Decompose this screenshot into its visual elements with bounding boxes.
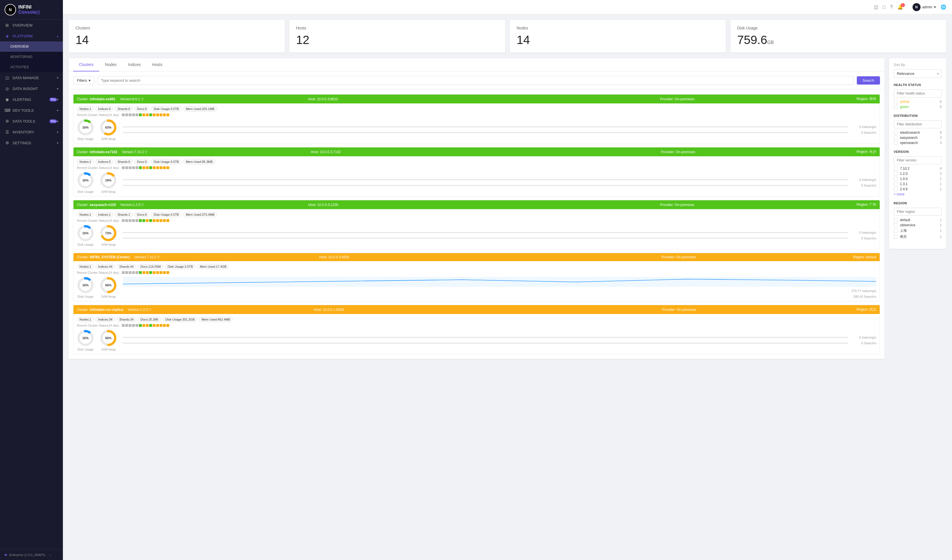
health-filter-yellow[interactable]: yellow 8 <box>894 100 942 104</box>
region-filter-oldservice[interactable]: oldservice 1 <box>894 223 942 227</box>
version-filter-120[interactable]: 1.2.0 3 <box>894 172 942 176</box>
clusters-panel: Clusters Nodes Indices Hosts Filters ▾ S… <box>69 58 884 359</box>
chevron-up-icon: ▴ <box>57 35 58 38</box>
cluster-header-3: Cluster: easyseach-v120 Version:1.2.0 ▽ … <box>73 200 880 209</box>
sort-select[interactable]: Relevance <box>894 69 942 78</box>
stat-value-disk: 759.6GB <box>737 33 940 47</box>
sidebar-item-overview[interactable]: ⊞ OVERVIEW <box>0 20 63 31</box>
tabs-bar: Clusters Nodes Indices Hosts <box>69 58 884 71</box>
search-bar: Filters ▾ Search <box>69 71 884 90</box>
region-filter[interactable] <box>894 208 942 216</box>
inventory-icon: ☰ <box>5 130 10 134</box>
chevron-down-icon: ▾ <box>57 76 58 79</box>
layout: Clusters Nodes Indices Hosts Filters ▾ S… <box>69 58 946 359</box>
cluster-header-5: Cluster: infinilabs-ccr-replica Version:… <box>73 305 880 314</box>
tab-indices[interactable]: Indices <box>122 58 146 71</box>
data-insight-icon: ◎ <box>5 86 10 91</box>
version-filter-131[interactable]: 1.3.1 1 <box>894 182 942 186</box>
stat-label-hosts: Hosts <box>296 26 499 30</box>
version-filter-7102[interactable]: 7.10.2 4 <box>894 167 942 171</box>
data-tools-badge: Pro <box>49 119 57 123</box>
data-manage-icon: ◫ <box>5 76 10 80</box>
cluster-body-3: Nodes:1 Indices:1 Shards:1 Docs:8 Disk U… <box>73 209 880 249</box>
version-filter-100[interactable]: 1.0.0 1 <box>894 177 942 181</box>
sidebar-item-data-tools[interactable]: ⚙ DATA TOOLS Pro ▾ <box>0 116 63 127</box>
tab-nodes[interactable]: Nodes <box>99 58 122 71</box>
stat-card-clusters: Clusters 14 <box>69 20 285 52</box>
tab-hosts[interactable]: Hosts <box>146 58 168 71</box>
cluster-card-2: Cluster: infinilabs-es7102 Version:7.10.… <box>73 147 880 197</box>
region-title: REGION <box>894 201 942 205</box>
health-filter-green[interactable]: green 6 <box>894 105 942 109</box>
region-filter-nanjing[interactable]: 南京 1 <box>894 234 942 239</box>
main-area: ◫ □ ? 🔔 2 N admin ▾ 🌐 Clusters 14 Hosts <box>63 0 952 560</box>
health-status-section: HEALTH STATUS yellow 8 green 6 <box>894 83 942 109</box>
dist-filter-easy[interactable]: easysearch 3 <box>894 136 942 140</box>
sidebar-item-inventory[interactable]: ☰ INVENTORY ▾ <box>0 127 63 137</box>
topbar-icon-help[interactable]: ? <box>890 5 893 10</box>
dist-filter-open[interactable]: opensearch 3 <box>894 141 942 145</box>
sidebar-item-settings[interactable]: ⚙ SETTINGS ▾ <box>0 137 63 148</box>
user-menu[interactable]: N admin ▾ <box>913 3 936 11</box>
logo[interactable]: N INFINI Console||| <box>0 0 63 20</box>
region-filter-default[interactable]: default 1 <box>894 218 942 222</box>
sidebar-item-platform-overview[interactable]: OVERVIEW <box>0 42 63 52</box>
stat-label-clusters: Clusters <box>76 26 278 30</box>
cluster-card-1: Cluster: infinilabs-es861 Version:8.6.1 … <box>73 94 880 144</box>
tab-clusters[interactable]: Clusters <box>73 58 99 71</box>
sidebar-item-dev-tools[interactable]: ⌨ DEV TOOLS ▾ <box>0 105 63 116</box>
sidebar: N INFINI Console||| ⊞ OVERVIEW ◈ PLATFOR… <box>0 0 63 560</box>
sidebar-footer[interactable]: ◆ Enterprise (1.5.0_SNAPS... › <box>0 549 63 560</box>
notification-count: 2 <box>901 3 905 7</box>
search-button[interactable]: Search <box>857 76 880 85</box>
logo-infini: INFINI <box>18 5 31 9</box>
main-panel: Clusters Nodes Indices Hosts Filters ▾ S… <box>69 58 884 359</box>
jvm-heap-chart-1: 63% JVM Heap <box>100 119 117 140</box>
stat-card-disk: Disk Usage 759.6GB <box>731 20 947 52</box>
health-status-title: HEALTH STATUS <box>894 83 942 86</box>
grid-icon: ⊞ <box>5 23 10 28</box>
stat-card-hosts: Hosts 12 <box>289 20 505 52</box>
notification-bell[interactable]: 🔔 2 <box>897 4 903 10</box>
avatar: N <box>913 3 921 11</box>
distribution-title: DISTRIBUTION <box>894 114 942 117</box>
cluster-body-2: Nodes:1 Indices:0 Shards:0 Docs:0 Disk U… <box>73 156 880 196</box>
sidebar-item-alerting[interactable]: ◉ ALERTING Pro ▾ <box>0 94 63 105</box>
sidebar-item-activities[interactable]: ACTIVITIES <box>0 62 63 72</box>
sidebar-item-platform[interactable]: ◈ PLATFORM ▴ <box>0 31 63 42</box>
filter-select[interactable]: Filters ▾ <box>73 76 94 85</box>
version-filter-246[interactable]: 2.4.6 1 <box>894 187 942 191</box>
user-chevron-icon: ▾ <box>934 5 936 9</box>
settings-icon: ⚙ <box>5 140 10 145</box>
logo-icon: N <box>5 4 16 15</box>
version-filter[interactable] <box>894 156 942 164</box>
search-input[interactable] <box>97 76 854 85</box>
sidebar-item-data-insight[interactable]: ◎ DATA INSIGHT ▾ <box>0 83 63 94</box>
topbar-icon-plugin[interactable]: ◫ <box>874 4 878 10</box>
region-section: REGION default 1 oldservice 1 上海 <box>894 201 942 239</box>
cluster-header-4: Cluster: INFINI_SYSTEM (Center) Version:… <box>73 253 880 261</box>
region-filter-shanghai[interactable]: 上海 1 <box>894 228 942 233</box>
sort-by-label: Sort By <box>894 63 942 67</box>
chevron-down-icon-4: ▾ <box>57 109 58 112</box>
stat-value-nodes: 14 <box>516 33 719 47</box>
disk-usage-chart-1: 16% Disk Usage <box>77 119 94 140</box>
distribution-section: DISTRIBUTION elasticsearch 8 easysearch … <box>894 114 942 145</box>
stat-label-nodes: Nodes <box>516 26 719 30</box>
cluster-card-5: Cluster: infinilabs-ccr-replica Version:… <box>73 305 880 354</box>
dist-filter-es[interactable]: elasticsearch 8 <box>894 131 942 134</box>
chevron-down-icon-5: ▾ <box>57 120 58 123</box>
topbar-icon-globe[interactable]: 🌐 <box>941 4 946 10</box>
cluster-body-5: Nodes:1 Indices:34 Shards:34 Docs:25.38K… <box>73 314 880 354</box>
stat-card-nodes: Nodes 14 <box>510 20 726 52</box>
sidebar-item-data-manage[interactable]: ◫ DATA MANAGE ▾ <box>0 72 63 83</box>
distribution-filter[interactable] <box>894 120 942 128</box>
logo-console: Console <box>18 10 36 15</box>
version-more-link[interactable]: + more <box>894 192 942 196</box>
enterprise-icon: ◆ <box>5 553 7 557</box>
sort-value: Relevance <box>897 71 914 76</box>
topbar-icon-monitor[interactable]: □ <box>883 5 886 10</box>
health-status-filter[interactable] <box>894 89 942 97</box>
sidebar-item-monitoring[interactable]: MONITORING <box>0 52 63 62</box>
alerting-icon: ◉ <box>5 97 10 102</box>
